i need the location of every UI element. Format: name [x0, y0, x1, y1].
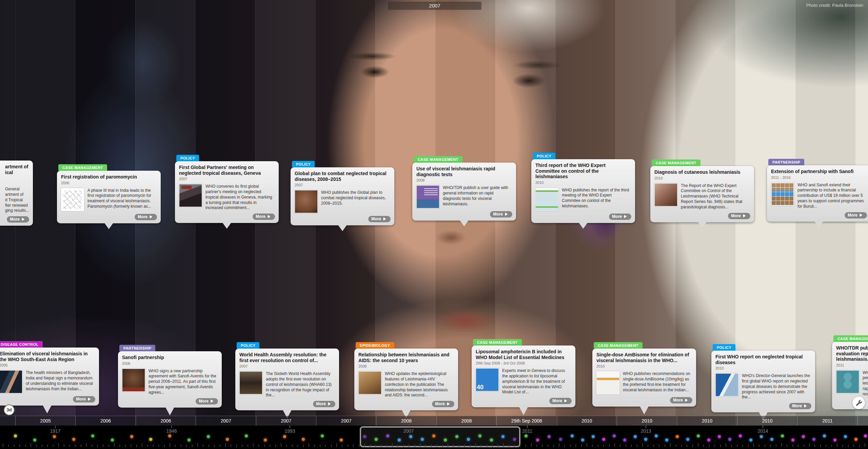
ruler-tick [31, 443, 31, 447]
more-button[interactable]: More [6, 216, 29, 223]
more-button[interactable]: More [844, 212, 867, 219]
more-arrow-icon [268, 215, 272, 218]
ruler-tick [559, 443, 559, 447]
more-button[interactable]: More [368, 216, 391, 223]
more-button[interactable]: More [789, 403, 812, 410]
event-card-panel[interactable]: Single-dose AmBisome for elimination of … [592, 349, 696, 407]
ruler-tick [331, 445, 332, 447]
event-card-panel[interactable]: Sanofi partnership2006WHO signs a new pa… [118, 351, 222, 408]
event-body: WHO convenes its first global partner's … [179, 184, 275, 211]
ruler-tick [47, 445, 48, 447]
event-dot [168, 434, 171, 437]
ruler-tick [848, 445, 849, 447]
more-button[interactable]: More [670, 397, 693, 404]
event-card[interactable]: POLICYFirst WHO report on neglected trop… [711, 344, 816, 412]
more-button[interactable]: More [432, 400, 455, 408]
ruler-tick [242, 445, 242, 447]
overview-year-label: 1993 [284, 428, 295, 434]
event-dot [559, 438, 562, 441]
more-button[interactable]: More [73, 396, 96, 403]
ruler-tick [397, 445, 398, 447]
ruler-tick [570, 445, 571, 447]
event-date: 2010 [715, 366, 811, 370]
year-strip-segment: 2011 [797, 416, 857, 426]
event-date: 2006 [61, 181, 157, 185]
view-3d-button[interactable]: 3d [4, 405, 15, 415]
event-card[interactable]: CASE MANAGEMENTLiposomal amphotericin B … [472, 339, 577, 407]
event-card-panel[interactable]: Extension of partnership with Sanofi2011… [767, 165, 868, 222]
event-title: artment ofical [5, 164, 29, 175]
event-card[interactable]: POLICYThird report of the WHO Expert Com… [531, 153, 636, 223]
more-button[interactable]: More [549, 397, 572, 405]
event-title-line: ical [5, 170, 29, 175]
overview-timeline[interactable]: 1917194619932007201120132014 [0, 426, 868, 449]
event-card-panel[interactable]: Diagnosis of cutaneous leishmaniasis2010… [650, 166, 754, 222]
overview-year-tick [646, 426, 646, 428]
event-title-line: evaluation repo [836, 351, 868, 357]
more-button[interactable]: More [609, 213, 632, 220]
ruler-tick [826, 445, 826, 447]
more-button[interactable]: More [490, 211, 513, 218]
event-thumbnail [0, 370, 22, 393]
more-button[interactable]: More [252, 213, 275, 220]
event-thumbnail [295, 190, 318, 213]
event-card[interactable]: CASE MANAGEMENTDiagnosis of cutaneous le… [650, 160, 755, 222]
settings-button[interactable] [852, 397, 865, 409]
event-card-panel[interactable]: Use of visceral leishmaniasis rapid diag… [412, 163, 516, 221]
ruler-tick [431, 445, 432, 447]
event-card-panel[interactable]: Elimination of visceral leishmaniasis in… [0, 348, 99, 406]
more-button-label: More [138, 214, 147, 219]
event-body: A phase III trial in India leads to the … [61, 188, 157, 211]
event-card[interactable]: EPIDEMIOLOGYRelationship between leishma… [354, 342, 459, 410]
ruler-tick [353, 445, 354, 447]
more-button[interactable]: More [195, 398, 218, 405]
ruler-tick [637, 445, 637, 447]
event-card-panel[interactable]: Liposomal amphotericin B included in WHO… [472, 345, 575, 407]
ruler-tick [548, 445, 548, 447]
event-card[interactable]: CASE MANAGEMENTFirst registration of par… [57, 164, 162, 223]
event-dot [340, 438, 343, 442]
card-pointer [814, 221, 823, 227]
event-dot [207, 435, 210, 438]
more-button[interactable]: More [728, 212, 751, 220]
more-button[interactable]: More [313, 400, 336, 408]
ruler-tick [726, 443, 726, 447]
event-card[interactable]: POLICYWorld Health Assembly resolution: … [235, 342, 340, 410]
event-card[interactable]: DISEASE CONTROLElimination of visceral l… [0, 341, 100, 406]
category-badge: EPIDEMIOLOGY [356, 342, 394, 349]
overview-year-tick [527, 426, 528, 428]
event-card[interactable]: artment oficalGeneralartment ofd Tropica… [0, 161, 34, 226]
event-card-panel[interactable]: Third report of the WHO Expert Committee… [531, 159, 635, 223]
ruler-tick [765, 445, 765, 447]
event-card[interactable]: PARTNERSHIPSanofi partnership2006WHO sig… [118, 345, 223, 408]
event-dot [321, 434, 324, 437]
ruler-tick [536, 445, 537, 447]
event-card[interactable]: POLICYGlobal plan to combat neglected tr… [291, 161, 396, 225]
event-body: 40Experts meet in Geneva to discuss the … [476, 368, 571, 395]
event-date: 2010 [596, 364, 692, 368]
event-card-panel[interactable]: Global plan to combat neglected tropical… [291, 167, 394, 225]
event-dot [421, 438, 424, 441]
overview-selection-window[interactable] [360, 426, 520, 447]
ruler-tick [387, 445, 387, 447]
event-card[interactable]: CASE MANAGEMENTSingle-dose AmBisome for … [592, 342, 697, 407]
event-card[interactable]: POLICYFirst Global Partners' meeting on … [175, 155, 280, 223]
ruler-tick [325, 445, 326, 447]
card-pointer [519, 407, 528, 415]
event-description: Generalartment ofd Tropicalfter renewedg… [5, 187, 29, 213]
event-card-panel[interactable]: World Health Assembly resolution: the fi… [235, 349, 339, 410]
ruler-tick [97, 445, 98, 447]
ruler-tick [687, 445, 687, 447]
event-card-panel[interactable]: Relationship between leishmaniasis and A… [354, 349, 458, 410]
ruler-tick [75, 445, 76, 447]
event-card-panel[interactable]: First WHO report on neglected tropical d… [711, 351, 815, 412]
ruler-tick [142, 443, 142, 447]
year-strip[interactable]: 2005200620062007200720072008200829th Sep… [0, 416, 868, 426]
ruler-tick [770, 445, 771, 447]
event-card-panel[interactable]: First registration of paromomycin2006A p… [57, 171, 161, 223]
more-button[interactable]: More [134, 213, 157, 221]
event-card-panel[interactable]: artment oficalGeneralartment ofd Tropica… [0, 161, 33, 226]
event-card-panel[interactable]: First Global Partners' meeting on neglec… [175, 161, 279, 223]
event-card[interactable]: PARTNERSHIPExtension of partnership with… [767, 159, 868, 222]
event-card[interactable]: CASE MANAGEMENTUse of visceral leishmani… [412, 156, 517, 221]
